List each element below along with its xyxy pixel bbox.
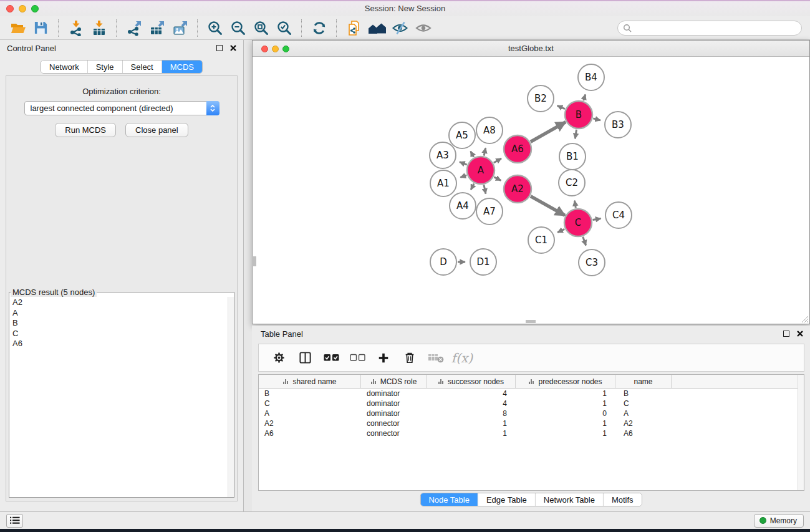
graph-node-C1[interactable]: C1 [528, 227, 554, 253]
graph-edge-A-A8[interactable] [484, 148, 486, 155]
close-panel-button[interactable]: Close panel [125, 123, 188, 137]
graph-node-B4[interactable]: B4 [578, 64, 604, 90]
column-header-successor-nodes[interactable]: successor nodes [427, 375, 516, 388]
search-input[interactable] [635, 23, 796, 32]
export-image-button[interactable] [170, 19, 190, 37]
zoom-selected-button[interactable] [274, 19, 294, 37]
graph-edge-A6-B[interactable] [531, 122, 566, 142]
tab-select[interactable]: Select [122, 60, 162, 73]
column-header-MCDS-role[interactable]: MCDS role [361, 375, 427, 388]
table-settings-button[interactable] [268, 347, 290, 369]
tab-node-table[interactable]: Node Table [420, 493, 478, 506]
graph-node-A6[interactable]: A6 [504, 135, 531, 163]
graph-node-B1[interactable]: B1 [559, 143, 586, 170]
network-canvas[interactable]: AA1A2A3A4A5A6A7A8BB1B2B3B4CC1C2C3C4DD1 [253, 57, 809, 324]
graph-edge-A-A2[interactable] [494, 177, 501, 181]
close-panel-icon[interactable] [230, 45, 236, 51]
export-table-button[interactable] [147, 19, 167, 37]
vertical-scroll-nub[interactable] [253, 256, 256, 266]
graph-node-B3[interactable]: B3 [605, 112, 631, 138]
deselect-all-columns-button[interactable] [346, 347, 369, 369]
graph-edge-B-B4[interactable] [584, 95, 586, 101]
graph-node-C[interactable]: C [564, 209, 592, 236]
column-header-name[interactable]: name [615, 375, 672, 388]
graph-node-D1[interactable]: D1 [470, 249, 496, 275]
graph-edge-B-B2[interactable] [557, 105, 565, 109]
graph-edge-B-B3[interactable] [593, 118, 600, 120]
graph-node-B2[interactable]: B2 [528, 85, 554, 112]
horizontal-scroll-nub[interactable] [526, 320, 536, 323]
column-header-predecessor-nodes[interactable]: predecessor nodes [516, 375, 615, 388]
graph-node-A2[interactable]: A2 [504, 175, 531, 203]
result-item[interactable]: C [12, 329, 224, 339]
graph-node-D[interactable]: D [430, 249, 456, 275]
delete-table-button[interactable] [425, 347, 447, 369]
zoom-fit-button[interactable] [251, 19, 271, 37]
export-network-button[interactable] [123, 19, 144, 37]
tab-edge-table[interactable]: Edge Table [478, 493, 535, 506]
run-mcds-button[interactable]: Run MCDS [55, 123, 116, 137]
apply-layout-button[interactable] [309, 19, 329, 37]
table-row[interactable]: Cdominator41C [259, 399, 804, 409]
graph-node-A5[interactable]: A5 [449, 122, 475, 148]
task-history-button[interactable] [6, 514, 23, 528]
graph-edge-A-A1[interactable] [460, 175, 466, 178]
float-table-panel-icon[interactable] [783, 331, 789, 337]
graph-node-A8[interactable]: A8 [476, 117, 503, 143]
resize-grip[interactable] [800, 314, 809, 323]
graph-edge-A-A5[interactable] [471, 152, 474, 157]
graph-node-A1[interactable]: A1 [430, 170, 456, 196]
result-item[interactable]: A [12, 308, 224, 319]
table-row[interactable]: A2connector11A2 [259, 418, 804, 428]
graph-edge-C-C4[interactable] [593, 218, 601, 220]
toggle-columns-button[interactable] [294, 347, 316, 369]
open-session-button[interactable] [7, 19, 28, 37]
zoom-out-button[interactable] [228, 19, 248, 37]
zoom-in-button[interactable] [205, 19, 225, 37]
function-builder-button[interactable]: f(x) [451, 347, 473, 369]
open-ndex-button[interactable] [367, 19, 387, 37]
column-header-shared-name[interactable]: shared name [259, 375, 361, 388]
tab-style[interactable]: Style [87, 60, 122, 73]
tab-network-table[interactable]: Network Table [535, 493, 603, 506]
table-row[interactable]: Bdominator41B [259, 389, 804, 399]
graph-edge-C-C1[interactable] [557, 229, 564, 232]
criterion-dropdown[interactable]: largest connected component (directed) [24, 101, 219, 115]
tab-network[interactable]: Network [41, 60, 87, 73]
create-column-button[interactable] [372, 347, 395, 369]
graph-node-C3[interactable]: C3 [579, 249, 605, 276]
table-scrollbar[interactable] [798, 375, 804, 490]
tab-motifs[interactable]: Motifs [603, 493, 642, 506]
result-list-scrollbar[interactable] [228, 297, 234, 497]
close-table-panel-icon[interactable] [797, 331, 803, 337]
graph-node-B[interactable]: B [565, 101, 592, 128]
result-item[interactable]: A2 [12, 297, 224, 308]
graph-node-C2[interactable]: C2 [559, 170, 585, 196]
show-graphics-details-button[interactable] [413, 19, 433, 37]
float-panel-icon[interactable] [216, 45, 223, 51]
memory-button[interactable]: Memory [754, 514, 804, 528]
hide-graphics-details-button[interactable] [390, 19, 410, 37]
graph-edge-A-A7[interactable] [484, 185, 486, 194]
graph-node-A3[interactable]: A3 [430, 142, 456, 168]
save-session-button[interactable] [31, 19, 51, 37]
graph-node-A7[interactable]: A7 [476, 198, 503, 225]
result-item[interactable]: A6 [12, 339, 224, 349]
graph-edge-C-C2[interactable] [575, 201, 576, 208]
graph-edge-A-A4[interactable] [471, 183, 474, 190]
graph-edge-A-A6[interactable] [494, 158, 501, 163]
select-all-columns-button[interactable] [320, 347, 342, 369]
copy-network-button[interactable] [344, 19, 364, 37]
import-table-button[interactable] [89, 19, 109, 37]
graph-edge-A2-C[interactable] [531, 196, 565, 216]
table-row[interactable]: Adominator80A [259, 409, 804, 418]
delete-column-button[interactable] [398, 347, 421, 369]
table-row[interactable]: A6connector11A6 [259, 428, 804, 438]
graph-edge-A-A3[interactable] [460, 162, 467, 165]
graph-edge-C-C3[interactable] [583, 237, 586, 246]
tab-mcds[interactable]: MCDS [162, 60, 202, 73]
graph-edge-B-B1[interactable] [575, 130, 576, 139]
graph-node-A[interactable]: A [467, 157, 494, 184]
result-item[interactable]: B [12, 318, 224, 329]
graph-node-A4[interactable]: A4 [450, 193, 476, 219]
